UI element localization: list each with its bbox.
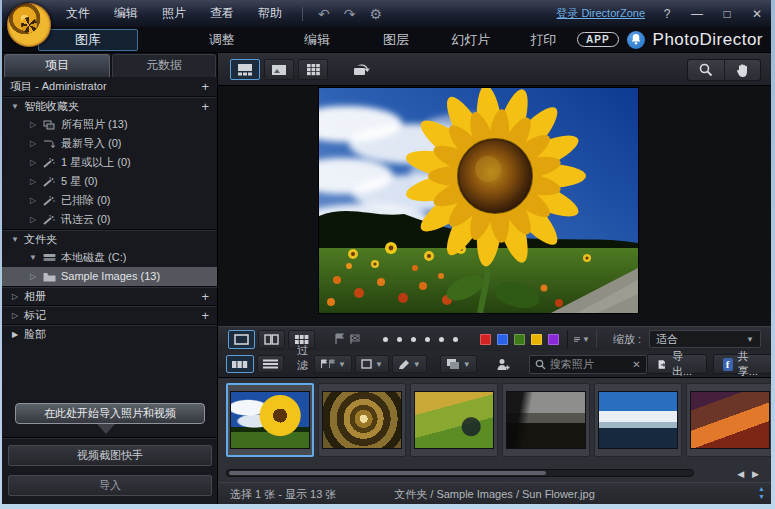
compare-view-button[interactable]	[258, 330, 285, 349]
tree-item-rejected[interactable]: ▷ 已排除 (0)	[2, 191, 217, 210]
export-button[interactable]: 导出...	[647, 354, 707, 374]
tab-metadata[interactable]: 元数据	[112, 54, 216, 77]
close-icon[interactable]: ✕	[749, 7, 765, 21]
add-tag-button[interactable]: +	[201, 306, 209, 325]
viewer-grid-view-button[interactable]	[298, 59, 328, 80]
thumbnail-view-button[interactable]	[226, 355, 254, 373]
tree-item-5-star[interactable]: ▷ 5 星 (0)	[2, 172, 217, 191]
collapse-icon[interactable]: ▼	[28, 248, 38, 267]
tab-slideshow[interactable]: 幻灯片	[432, 31, 510, 49]
rotate-photo-icon[interactable]	[346, 59, 376, 80]
thumbnail-sunset-storm[interactable]	[686, 383, 771, 457]
tree-albums-section[interactable]: ▷ 相册 +	[2, 286, 217, 305]
rating-dot[interactable]	[439, 337, 444, 342]
tree-item-sample-images[interactable]: ▷ Sample Images (13)	[2, 267, 217, 286]
thumbnail-bicycle[interactable]	[410, 383, 498, 457]
tag-face-button[interactable]	[490, 355, 516, 373]
share-button[interactable]: f 共享...	[713, 354, 771, 374]
zoom-level-dropdown[interactable]: 适合 ▼	[649, 330, 761, 348]
notification-bell-icon[interactable]	[627, 31, 645, 49]
photo-sun-flower[interactable]	[319, 88, 638, 313]
rating-dot[interactable]	[453, 337, 458, 342]
expand-icon[interactable]: ▷	[28, 191, 38, 210]
color-label-yellow[interactable]	[531, 334, 542, 345]
zoom-tool-button[interactable]	[688, 60, 724, 80]
thumbnail-spiral-stairs[interactable]	[318, 383, 406, 457]
scroll-left-icon[interactable]: ◀	[737, 469, 744, 479]
expand-icon[interactable]: ▷	[28, 267, 38, 286]
tree-folders-section[interactable]: ▼ 文件夹	[2, 229, 217, 248]
search-input[interactable]	[550, 358, 633, 370]
thumbnail-sunflower[interactable]	[226, 383, 314, 457]
thumbnail-snowy-lake[interactable]	[594, 383, 682, 457]
tree-tags-section[interactable]: ▷ 标记 +	[2, 305, 217, 324]
tree-smart-collection[interactable]: ▼ 智能收藏夹 +	[2, 96, 217, 115]
login-directorzone-link[interactable]: 登录 DirectorZone	[556, 6, 645, 21]
rating-dot[interactable]	[411, 337, 416, 342]
tree-item-latest-import[interactable]: ▷ 最新导入 (0)	[2, 134, 217, 153]
expand-icon[interactable]: ▷	[28, 210, 38, 229]
flag-reject-icon[interactable]	[349, 333, 361, 345]
expand-icon[interactable]: ▷	[10, 287, 20, 306]
redo-icon[interactable]: ↷	[337, 6, 363, 22]
expand-icon[interactable]: ▷	[28, 134, 38, 153]
filter-flags-button[interactable]: ▼	[314, 355, 352, 373]
add-project-button[interactable]: +	[201, 77, 209, 96]
scroll-down-icon[interactable]: ▼	[758, 493, 765, 501]
rating-dot[interactable]	[425, 337, 430, 342]
tree-item-cyberlink-cloud[interactable]: ▷ 讯连云 (0)	[2, 210, 217, 229]
import-hint-callout[interactable]: 在此处开始导入照片和视频	[15, 403, 205, 424]
list-view-button[interactable]	[257, 355, 284, 373]
clear-search-icon[interactable]: ✕	[632, 359, 640, 370]
add-smart-collection-button[interactable]: +	[201, 97, 209, 116]
menu-view[interactable]: 查看	[198, 0, 246, 27]
filter-edited-button[interactable]: ▼	[392, 355, 427, 373]
tree-faces-section[interactable]: ▶ 脸部	[2, 324, 217, 343]
thumbnail-dark-tower[interactable]	[502, 383, 590, 457]
collapse-icon[interactable]: ▼	[10, 97, 20, 116]
expand-icon[interactable]: ▷	[28, 153, 38, 172]
scroll-right-icon[interactable]: ▶	[752, 469, 759, 479]
tab-layers[interactable]: 图层	[361, 31, 432, 49]
color-label-red[interactable]	[480, 334, 491, 345]
sort-options-button[interactable]: ▼	[567, 330, 597, 348]
video-snapshot-button[interactable]: 视频截图快手	[8, 445, 212, 466]
add-album-button[interactable]: +	[201, 287, 209, 306]
pan-hand-button[interactable]	[724, 60, 761, 80]
scroll-up-icon[interactable]: ▲	[758, 485, 765, 493]
stack-photos-button[interactable]: ▼	[440, 355, 477, 373]
filmstrip-scrollbar[interactable]	[226, 469, 694, 477]
menu-file[interactable]: 文件	[54, 0, 102, 27]
settings-gear-icon[interactable]: ⚙	[362, 6, 389, 22]
tree-item-local-disk[interactable]: ▼ 本地磁盘 (C:)	[2, 248, 217, 267]
tab-project[interactable]: 项目	[4, 54, 110, 77]
expand-icon[interactable]: ▷	[10, 306, 20, 325]
undo-icon[interactable]: ↶	[311, 6, 337, 22]
filter-label-button[interactable]: ▼	[355, 355, 389, 373]
maximize-icon[interactable]: □	[719, 7, 735, 21]
single-view-button[interactable]	[228, 330, 255, 349]
tab-library[interactable]: 图库	[38, 29, 138, 51]
expand-icon[interactable]: ▶	[10, 325, 20, 344]
minimize-icon[interactable]: —	[689, 7, 705, 21]
collapse-icon[interactable]: ▼	[10, 230, 20, 249]
menu-edit[interactable]: 编辑	[102, 0, 150, 27]
color-label-purple[interactable]	[548, 334, 559, 345]
expand-icon[interactable]: ▷	[28, 172, 38, 191]
help-icon[interactable]: ?	[659, 7, 675, 21]
menu-photo[interactable]: 照片	[150, 0, 198, 27]
import-button[interactable]: 导入	[8, 475, 212, 496]
rating-dot[interactable]	[397, 337, 402, 342]
tab-print[interactable]: 打印	[510, 31, 577, 49]
menu-help[interactable]: 帮助	[246, 0, 294, 27]
viewer-filmstrip-view-button[interactable]	[230, 59, 260, 80]
expand-icon[interactable]: ▷	[28, 115, 38, 134]
rating-dot[interactable]	[383, 337, 388, 342]
tree-item-all-photos[interactable]: ▷ 所有照片 (13)	[2, 115, 217, 134]
tab-adjust[interactable]: 调整	[178, 31, 265, 49]
scrollbar-thumb[interactable]	[229, 471, 546, 475]
tree-item-1-star[interactable]: ▷ 1 星或以上 (0)	[2, 153, 217, 172]
rating-dots[interactable]	[383, 337, 458, 342]
app-store-button[interactable]: APP	[577, 32, 619, 47]
tab-edit[interactable]: 编辑	[273, 31, 360, 49]
